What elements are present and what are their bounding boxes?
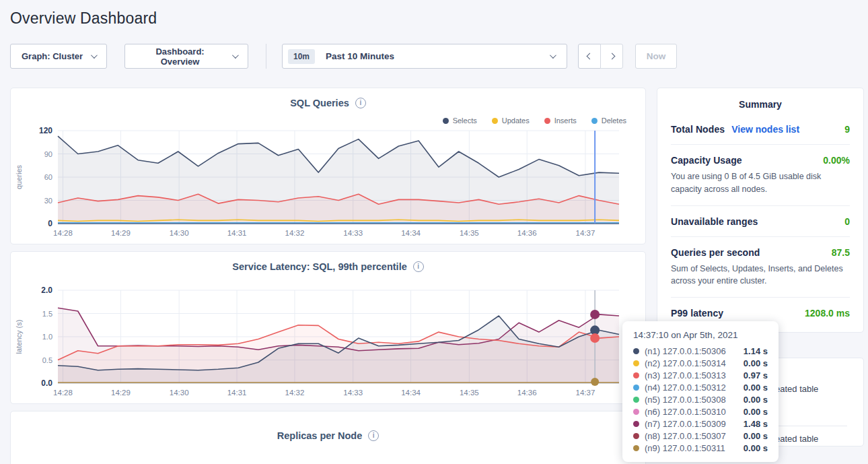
now-button[interactable]: Now bbox=[635, 44, 677, 69]
svg-text:1.0: 1.0 bbox=[42, 333, 52, 341]
legend-dot bbox=[591, 118, 598, 124]
chart-title-sql-queries: SQL Queries bbox=[290, 98, 349, 108]
chart-title-service-latency: Service Latency: SQL, 99th percentile bbox=[232, 261, 407, 272]
summary-row-capacity-usage: Capacity Usage 0.00% You are using 0 B o… bbox=[671, 145, 850, 206]
chart-hover-tooltip: 14:37:10 on Apr 5th, 2021 (n1) 127.0.0.1… bbox=[622, 321, 779, 462]
dashboard-dropdown[interactable]: Dashboard: Overview bbox=[124, 44, 248, 69]
summary-row-unavailable-ranges: Unavailable ranges 0 bbox=[671, 206, 850, 237]
svg-text:latency (s): latency (s) bbox=[15, 320, 23, 354]
dashboard-controls: Graph: Cluster Dashboard: Overview 10m P… bbox=[10, 44, 858, 69]
svg-text:14:33: 14:33 bbox=[343, 229, 363, 237]
svg-text:14:37: 14:37 bbox=[576, 389, 595, 397]
legend-dot bbox=[443, 118, 449, 124]
sql-queries-chart[interactable]: 030609012014:2814:2914:3014:3114:3214:33… bbox=[11, 127, 645, 244]
chevron-down-icon bbox=[91, 52, 98, 59]
capacity-usage-label: Capacity Usage bbox=[671, 155, 742, 166]
next-range-button[interactable] bbox=[600, 44, 623, 69]
node-address: (n1) 127.0.0.1:50306 bbox=[645, 346, 726, 356]
node-color-dot bbox=[633, 409, 639, 415]
node-latency-value: 0.00 s bbox=[744, 395, 768, 405]
chevron-down-icon bbox=[232, 52, 239, 59]
node-latency-value: 0.00 s bbox=[744, 443, 768, 453]
svg-text:queries: queries bbox=[15, 164, 23, 189]
tooltip-row: (n3) 127.0.0.1:503130.97 s bbox=[633, 369, 768, 381]
node-address: (n8) 127.0.0.1:50307 bbox=[645, 431, 726, 441]
svg-text:14:33: 14:33 bbox=[343, 389, 363, 397]
unavailable-ranges-value: 0 bbox=[844, 216, 850, 227]
queries-per-second-value: 87.5 bbox=[832, 247, 850, 258]
total-nodes-label: Total Nodes bbox=[671, 124, 725, 135]
node-address: (n3) 127.0.0.1:50313 bbox=[645, 370, 726, 380]
range-badge: 10m bbox=[288, 49, 315, 64]
legend-item-selects[interactable]: Selects bbox=[443, 116, 477, 125]
svg-text:14:36: 14:36 bbox=[517, 389, 537, 397]
chart-canvas[interactable]: 030609012014:2814:2914:3014:3114:3214:33… bbox=[11, 127, 637, 241]
node-color-dot bbox=[633, 445, 639, 451]
svg-text:14:30: 14:30 bbox=[170, 229, 189, 237]
queries-per-second-label: Queries per second bbox=[671, 247, 760, 258]
legend-dot bbox=[492, 118, 498, 124]
graph-dropdown-label: Graph: Cluster bbox=[22, 51, 83, 61]
p99-latency-value: 1208.0 ms bbox=[805, 308, 850, 319]
node-color-dot bbox=[633, 397, 639, 403]
svg-text:14:30: 14:30 bbox=[170, 389, 189, 397]
service-latency-card: Service Latency: SQL, 99th percentile i … bbox=[10, 251, 646, 404]
prev-range-button[interactable] bbox=[578, 44, 601, 69]
tooltip-row: (n8) 127.0.0.1:503070.00 s bbox=[633, 430, 768, 442]
svg-text:14:37: 14:37 bbox=[576, 229, 595, 237]
p99-latency-label: P99 latency bbox=[671, 308, 723, 319]
chevron-left-icon bbox=[586, 53, 593, 60]
divider bbox=[266, 44, 266, 69]
page-title: Overview Dashboard bbox=[10, 9, 868, 28]
unavailable-ranges-label: Unavailable ranges bbox=[671, 216, 758, 227]
svg-text:14:29: 14:29 bbox=[111, 389, 131, 397]
tooltip-row: (n9) 127.0.0.1:503110.00 s bbox=[633, 442, 768, 454]
legend-item-deletes[interactable]: Deletes bbox=[591, 116, 626, 125]
tooltip-row: (n4) 127.0.0.1:503120.00 s bbox=[633, 381, 768, 393]
replicas-per-node-card: Replicas per Node i bbox=[10, 411, 646, 464]
info-icon[interactable]: i bbox=[413, 261, 424, 272]
svg-text:90: 90 bbox=[44, 150, 52, 158]
legend-label: Deletes bbox=[602, 117, 626, 125]
node-address: (n5) 127.0.0.1:50308 bbox=[645, 395, 726, 405]
legend-item-inserts[interactable]: Inserts bbox=[544, 116, 577, 125]
info-icon[interactable]: i bbox=[368, 430, 379, 441]
service-latency-chart[interactable]: 0.00.51.01.52.014:2814:2914:3014:3114:32… bbox=[11, 286, 645, 403]
chart-legend: SelectsUpdatesInsertsDeletes bbox=[11, 116, 626, 125]
svg-text:14:34: 14:34 bbox=[401, 389, 421, 397]
info-icon[interactable]: i bbox=[355, 98, 366, 108]
capacity-usage-value: 0.00% bbox=[823, 155, 850, 166]
legend-dot bbox=[544, 118, 550, 124]
chevron-right-icon bbox=[608, 53, 615, 60]
svg-text:120: 120 bbox=[39, 127, 52, 135]
legend-label: Updates bbox=[502, 117, 530, 125]
view-nodes-list-link[interactable]: View nodes list bbox=[731, 124, 799, 135]
sql-queries-card: SQL Queries i SelectsUpdatesInsertsDelet… bbox=[10, 88, 646, 244]
svg-text:0.0: 0.0 bbox=[41, 378, 52, 388]
time-range-picker[interactable]: 10m Past 10 Minutes bbox=[282, 44, 567, 69]
summary-panel: Summary Total Nodes View nodes list 9 Ca… bbox=[657, 88, 864, 333]
node-color-dot bbox=[633, 360, 639, 366]
tooltip-row: (n5) 127.0.0.1:503080.00 s bbox=[633, 393, 768, 405]
graph-dropdown[interactable]: Graph: Cluster bbox=[10, 44, 107, 69]
tooltip-row: (n2) 127.0.0.1:503140.00 s bbox=[633, 357, 768, 369]
node-color-dot bbox=[633, 433, 639, 439]
summary-row-queries-per-second: Queries per second 87.5 Sum of Selects, … bbox=[671, 237, 850, 298]
summary-row-total-nodes: Total Nodes View nodes list 9 bbox=[671, 114, 850, 145]
svg-text:0.5: 0.5 bbox=[42, 356, 52, 364]
svg-text:14:32: 14:32 bbox=[285, 229, 305, 237]
tooltip-row: (n7) 127.0.0.1:503091.48 s bbox=[633, 418, 768, 430]
queries-per-second-desc: Sum of Selects, Updates, Inserts, and De… bbox=[671, 263, 850, 288]
svg-text:14:28: 14:28 bbox=[53, 389, 73, 397]
svg-text:14:34: 14:34 bbox=[401, 229, 421, 237]
svg-text:60: 60 bbox=[44, 173, 52, 181]
svg-text:14:28: 14:28 bbox=[53, 229, 73, 237]
dashboard-dropdown-label: Dashboard: Overview bbox=[136, 46, 224, 67]
chart-canvas[interactable]: 0.00.51.01.52.014:2814:2914:3014:3114:32… bbox=[11, 286, 637, 401]
node-latency-value: 0.00 s bbox=[744, 383, 768, 393]
node-latency-value: 0.00 s bbox=[744, 407, 768, 417]
node-address: (n7) 127.0.0.1:50309 bbox=[645, 419, 726, 429]
legend-item-updates[interactable]: Updates bbox=[492, 116, 530, 125]
svg-text:0: 0 bbox=[48, 219, 52, 228]
summary-title: Summary bbox=[671, 99, 850, 110]
